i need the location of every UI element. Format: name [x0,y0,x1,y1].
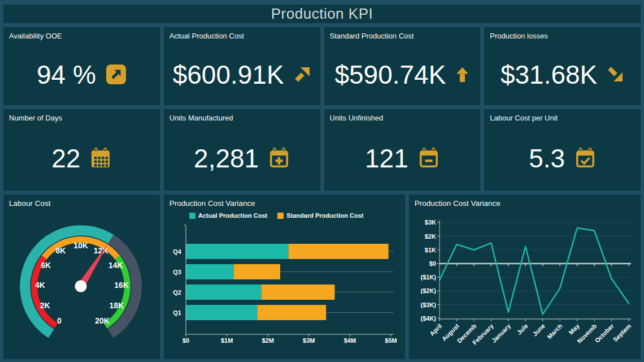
kpi-label: Units Manufactured [164,109,320,122]
kpi-value: $590.74K [334,59,446,90]
gauge-tick-label: 2K [40,301,50,310]
kpi-label: Production losses [484,27,641,40]
kpi-row-2: Number of Days 22 Units Manu [3,109,641,191]
trend-up-box-icon [106,64,127,85]
kpi-value: 94 % [37,59,96,90]
kpi-value: $600.91K [173,59,284,90]
legend-label: Actual Production Cost [198,212,267,219]
bar-segment-actual-q2[interactable] [186,285,262,300]
bar-x-axis-label: $2M [262,337,273,344]
line-x-axis-label: June [531,322,546,338]
line-x-axis-label: January [490,322,512,344]
bar-category-label: Q4 [173,248,182,255]
gauge-tick-label: 0 [57,316,62,325]
gauge-tick-label: 6K [41,261,51,270]
gauge-tick-label: 14K [108,261,123,270]
gauge-hub [75,281,87,292]
calendar-plus-icon [268,147,290,170]
kpi-label: Units Unfinished [324,109,481,122]
kpi-value: $31.68K [501,59,597,90]
kpi-card-units-manufactured: Units Manufactured 2,281 [164,109,320,191]
dashboard-title-bar: Production KPI [3,5,641,23]
arrow-up-icon [455,66,469,83]
line-x-axis-label: March [546,322,564,341]
kpi-label: Availability OOE [3,27,160,40]
bar-segment-standard-q3[interactable] [234,264,280,279]
line-x-axis-label: October [593,322,615,344]
legend-label: Standard Production Cost [286,212,363,219]
gauge-tick-label: 16K [114,281,129,290]
gauge-tick-label: 20K [95,316,110,325]
production-cost-variance-line-chart[interactable]: $3K$2K$1K$0($1K)($2K)($3K)($4K)AprilAugu… [409,209,641,359]
line-x-axis-label: Septem [612,322,633,343]
line-x-axis-label: May [567,322,581,335]
chart-title: Production Cost Variance [164,195,405,209]
bar-category-label: Q2 [173,289,181,296]
line-y-axis-label: ($4K) [420,315,436,322]
line-x-axis-label: April [428,322,443,337]
page-title: Production KPI [271,5,373,23]
kpi-card-labour-cost-per-unit: Labour Cost per Unit 5.3 [484,109,641,191]
line-y-axis-label: $3K [425,219,436,226]
kpi-label: Standard Production Cost [324,27,481,40]
arrow-down-right-icon [607,66,624,83]
bar-x-axis-label: $5M [385,337,397,344]
bar-segment-standard-q4[interactable] [288,244,388,259]
bar-x-axis-label: $3M [303,337,315,344]
bar-segment-actual-q1[interactable] [186,305,257,320]
bar-segment-actual-q4[interactable] [186,244,289,259]
chart-title: Production Cost Variance [409,195,641,209]
bar-x-axis-label: $1M [221,337,233,344]
calendar-check-icon [575,147,596,170]
production-cost-variance-bar-chart[interactable]: Q4Q3Q2Q1$0$1M$2M$3M$4M$5M [164,221,405,358]
kpi-value: 22 [51,143,80,174]
kpi-card-standard-production-cost: Standard Production Cost $590.74K [324,27,481,105]
chart-title: Labour Cost [3,195,160,209]
legend-swatch [189,213,195,219]
kpi-label: Number of Days [3,109,160,122]
kpi-value: 5.3 [529,143,565,174]
labour-cost-gauge[interactable]: 02K4K6K8K10K12K14K16K18K20K [3,209,159,359]
legend-item[interactable]: Standard Production Cost [277,212,363,219]
dashboard: Production KPI Availability OOE 94 % Act… [0,0,644,362]
kpi-card-production-losses: Production losses $31.68K [484,27,641,105]
kpi-card-availability-ooe: Availability OOE 94 % [3,27,160,105]
line-chart-card: Production Cost Variance $3K$2K$1K$0($1K… [409,195,641,359]
line-x-axis-label: Jule [515,322,529,336]
gauge-tick-label: 18K [109,301,124,310]
gauge-card: Labour Cost 02K4K6K8K10K12K14K16K18K20K [3,195,160,359]
line-y-axis-label: $2K [425,233,436,240]
line-series[interactable] [440,228,629,314]
legend-item[interactable]: Actual Production Cost [189,212,267,219]
kpi-card-actual-production-cost: Actual Production Cost $600.91K [164,27,320,105]
bar-segment-standard-q2[interactable] [261,285,334,300]
arrow-up-right-icon [294,66,311,83]
legend-swatch [277,213,284,219]
bar-x-axis-label: $0 [182,337,189,344]
calendar-icon [90,147,111,170]
line-y-axis-label: $1K [425,247,436,253]
bar-category-label: Q1 [173,309,181,316]
line-y-axis-label: ($3K) [420,301,436,308]
kpi-card-units-unfinished: Units Unfinished 121 [324,109,481,191]
calendar-minus-icon [418,147,440,170]
bar-category-label: Q3 [173,269,181,275]
bar-legend: Actual Production CostStandard Productio… [164,210,397,221]
bar-segment-standard-q1[interactable] [257,305,326,320]
charts-row: Labour Cost 02K4K6K8K10K12K14K16K18K20K … [3,195,641,359]
kpi-card-number-of-days: Number of Days 22 [3,109,160,191]
bar-segment-actual-q3[interactable] [186,264,234,279]
kpi-value: 2,281 [194,143,259,174]
line-y-axis-label: ($2K) [420,287,436,294]
kpi-row-1: Availability OOE 94 % Actual Production … [3,27,641,105]
line-y-axis-label: $0 [429,260,436,267]
bar-x-axis-label: $4M [343,337,355,344]
gauge-tick-label: 10K [73,241,88,250]
kpi-label: Actual Production Cost [164,27,320,40]
gauge-tick-label: 8K [55,246,66,255]
line-y-axis-label: ($1K) [420,274,436,281]
gauge-tick-label: 4K [35,281,45,290]
kpi-value: 121 [365,143,408,174]
stacked-bar-card: Production Cost Variance Actual Producti… [164,195,405,359]
kpi-label: Labour Cost per Unit [484,109,641,122]
